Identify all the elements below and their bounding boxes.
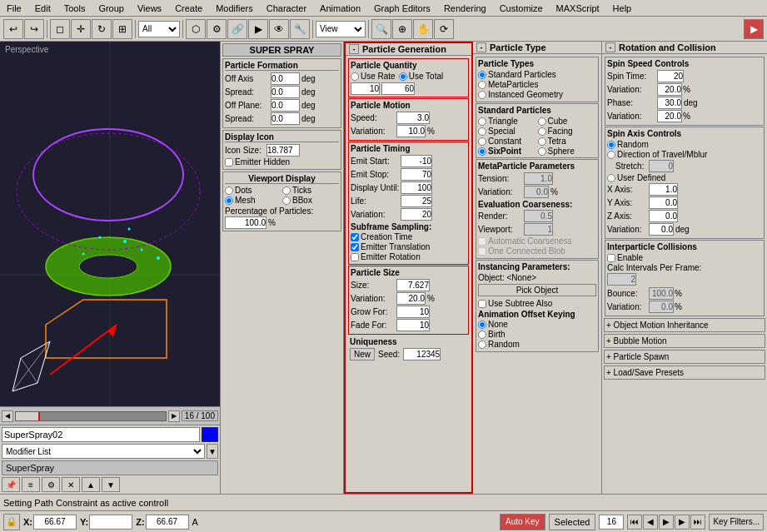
speed-input[interactable]: [396, 112, 430, 124]
random-axis-radio[interactable]: [607, 141, 615, 149]
tension-input[interactable]: [524, 172, 553, 185]
modifier-list-select[interactable]: Modifier List: [2, 444, 205, 459]
spin-variation-input[interactable]: [657, 83, 682, 96]
spin-time-input[interactable]: [657, 70, 684, 82]
emit-start-input[interactable]: [401, 155, 432, 167]
spread2-input[interactable]: [271, 112, 300, 125]
z-axis-input[interactable]: [649, 210, 678, 222]
phase-input[interactable]: [657, 97, 682, 109]
display-button[interactable]: 👁: [269, 19, 289, 39]
prev-key-button[interactable]: ◀: [643, 515, 658, 530]
redo-button[interactable]: ↪: [24, 19, 44, 39]
total-input[interactable]: [381, 82, 415, 95]
off-plane-input[interactable]: [271, 99, 300, 112]
menu-file[interactable]: File: [0, 3, 28, 13]
random-anim-radio[interactable]: [478, 341, 486, 349]
utilities-button[interactable]: 🔧: [290, 19, 310, 39]
life-input[interactable]: [401, 195, 432, 207]
stack-arrow-up[interactable]: ▲: [82, 477, 100, 492]
spread1-input[interactable]: [271, 86, 300, 98]
instanced-radio[interactable]: [478, 91, 486, 99]
stretch-input[interactable]: [649, 160, 674, 172]
menu-animation[interactable]: Animation: [313, 3, 367, 13]
rate-input[interactable]: [351, 82, 380, 95]
scale-button[interactable]: ⊞: [112, 19, 132, 39]
tetra-radio[interactable]: [538, 137, 546, 146]
fade-for-input[interactable]: [396, 319, 430, 331]
pick-object-button[interactable]: Pick Object: [478, 284, 596, 296]
meta-radio[interactable]: [478, 81, 486, 89]
stack-arrow-down[interactable]: ▼: [102, 477, 120, 492]
axis-variation-input[interactable]: [649, 223, 674, 236]
next-frame-button[interactable]: ▶: [168, 410, 180, 422]
sixpoint-radio[interactable]: [478, 147, 486, 156]
autokey-button[interactable]: Auto Key: [500, 514, 545, 530]
stack-item[interactable]: SuperSpray: [2, 460, 218, 475]
seed-input[interactable]: [403, 348, 441, 360]
zoom-button[interactable]: 🔍: [371, 19, 391, 39]
frame-input[interactable]: [599, 515, 624, 530]
cube-radio[interactable]: [538, 117, 546, 126]
bubble-motion-button[interactable]: + Bubble Motion: [604, 334, 765, 348]
dir-travel-radio[interactable]: [607, 151, 615, 159]
meta-variation-input[interactable]: [524, 186, 549, 198]
bounce-input[interactable]: [649, 287, 674, 300]
ticks-radio[interactable]: [282, 186, 291, 195]
viewport[interactable]: Perspective: [0, 42, 220, 406]
lock-icon-btn[interactable]: 🔒: [3, 514, 20, 530]
pin-stack-button[interactable]: 📌: [2, 477, 20, 492]
size-input[interactable]: [396, 279, 430, 291]
select-button[interactable]: ◻: [50, 19, 70, 39]
x-input[interactable]: [33, 515, 77, 530]
zoom-region-button[interactable]: ⊕: [392, 19, 412, 39]
none-radio[interactable]: [478, 321, 486, 329]
sphere-radio[interactable]: [538, 147, 546, 156]
emit-stop-input[interactable]: [401, 168, 432, 181]
motion-button[interactable]: ▶: [248, 19, 268, 39]
one-blob-check[interactable]: [478, 247, 486, 256]
play-anim-button[interactable]: ▶: [659, 515, 674, 530]
timeline-bar[interactable]: [15, 411, 167, 421]
y-axis-input[interactable]: [649, 196, 678, 209]
prev-frame-button[interactable]: ◀: [2, 410, 13, 422]
menu-maxscript[interactable]: MAXScript: [550, 3, 606, 13]
mesh-radio[interactable]: [225, 196, 233, 205]
bbox-radio[interactable]: [282, 196, 291, 205]
birth-radio[interactable]: [478, 331, 486, 339]
filter-select[interactable]: All: [138, 21, 180, 37]
object-motion-button[interactable]: + Object Motion Inheritance: [604, 318, 765, 332]
pct-particles-input[interactable]: [225, 216, 266, 229]
menu-create[interactable]: Create: [168, 3, 209, 13]
type-collapse-btn[interactable]: -: [476, 42, 486, 52]
stack-display-button[interactable]: ≡: [22, 477, 40, 492]
particle-spawn-button[interactable]: + Particle Spawn: [604, 350, 765, 364]
menu-customize[interactable]: Customize: [493, 3, 550, 13]
viewport-coarse-input[interactable]: [524, 223, 553, 236]
menu-modifiers[interactable]: Modifiers: [209, 3, 260, 13]
menu-group[interactable]: Group: [92, 3, 131, 13]
grow-for-input[interactable]: [396, 306, 430, 318]
creation-time-check[interactable]: [351, 233, 359, 241]
facing-radio[interactable]: [538, 127, 546, 136]
orbit-button[interactable]: ⟳: [434, 19, 454, 39]
go-start-button[interactable]: ⏮: [627, 515, 642, 530]
user-defined-radio[interactable]: [607, 174, 615, 182]
collision-variation-input[interactable]: [649, 301, 674, 313]
remove-modifier-button[interactable]: ✕: [62, 477, 80, 492]
menu-views[interactable]: Views: [131, 3, 168, 13]
standard-radio[interactable]: [478, 71, 486, 79]
display-until-input[interactable]: [401, 181, 432, 194]
menu-character[interactable]: Character: [260, 3, 313, 13]
use-total-radio[interactable]: [399, 72, 407, 81]
y-input[interactable]: [89, 515, 132, 530]
view-select[interactable]: View: [316, 21, 366, 37]
auto-coarseness-check[interactable]: [478, 237, 486, 246]
off-axis-input[interactable]: [271, 72, 300, 85]
menu-help[interactable]: Help: [606, 3, 639, 13]
color-swatch[interactable]: [202, 427, 218, 442]
create-button[interactable]: ⬡: [186, 19, 206, 39]
use-rate-radio[interactable]: [351, 72, 359, 81]
new-button[interactable]: New: [350, 348, 375, 360]
triangle-radio[interactable]: [478, 117, 486, 126]
motion-variation-input[interactable]: [396, 125, 426, 137]
